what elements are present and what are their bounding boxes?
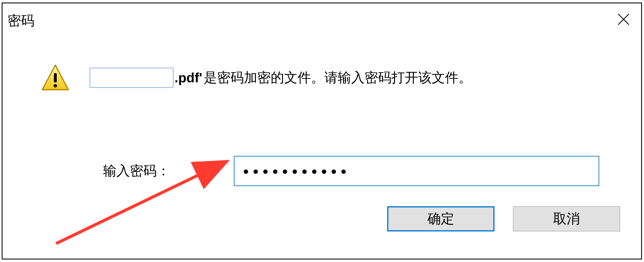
password-row: 输入密码： bbox=[103, 156, 631, 186]
message-row: .pdf' 是密码加密的文件。请输入密码打开该文件。 bbox=[41, 63, 631, 92]
svg-point-4 bbox=[54, 84, 57, 87]
password-label: 输入密码： bbox=[103, 162, 170, 180]
button-row: 确定 取消 bbox=[12, 206, 631, 231]
dialog-content: .pdf' 是密码加密的文件。请输入密码打开该文件。 输入密码： 确定 取消 bbox=[2, 63, 641, 231]
filename-extension: .pdf' bbox=[174, 70, 202, 85]
close-icon bbox=[617, 13, 630, 26]
password-input[interactable] bbox=[234, 156, 599, 186]
message-body: 是密码加密的文件。请输入密码打开该文件。 bbox=[204, 69, 472, 87]
cancel-button[interactable]: 取消 bbox=[513, 206, 620, 231]
svg-rect-3 bbox=[54, 73, 57, 82]
filename-placeholder bbox=[90, 68, 174, 88]
warning-icon bbox=[41, 63, 70, 92]
ok-button[interactable]: 确定 bbox=[387, 206, 494, 231]
password-dialog: 密码 bbox=[2, 3, 642, 259]
message-text: .pdf' 是密码加密的文件。请输入密码打开该文件。 bbox=[90, 68, 472, 88]
titlebar: 密码 bbox=[2, 3, 641, 30]
dialog-title: 密码 bbox=[8, 12, 34, 30]
close-button[interactable] bbox=[616, 12, 631, 27]
